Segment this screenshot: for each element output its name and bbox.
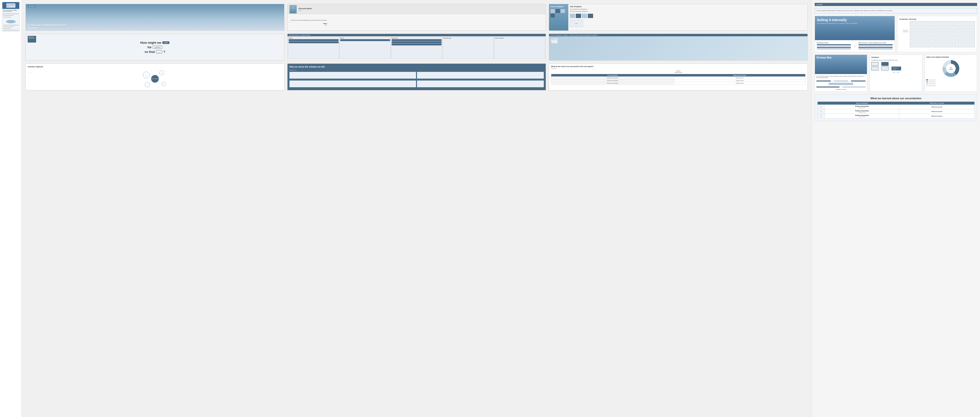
panel-header: go back — [815, 3, 977, 6]
notes-heading: Create a pitch deck to validate your nex… — [3, 10, 19, 12]
journey-cell-3 — [954, 21, 975, 27]
sol-box-5: Permanent solution — [891, 67, 901, 70]
solution-card-text: Include both near-term value and long-te… — [871, 59, 920, 61]
legend-label-2: Customer Gain 1 — [929, 81, 936, 82]
selling-subtitle: How might we get internal buy-in or spee… — [817, 22, 892, 24]
choice-sticky-3 — [290, 81, 416, 87]
sidebar-thumb-guide[interactable]: Concept/Validation Pitch Create a pitch … — [2, 2, 19, 32]
slide-5-card[interactable]: Jit Lean Canvas - [Project Name] Problem… — [287, 34, 546, 60]
slide-8-card[interactable]: Why we chose the solution we did Primary… — [287, 63, 546, 90]
canvas-advantage: Unfair Advantage — [442, 37, 494, 59]
learned-num-col — [818, 101, 825, 105]
sol-arrow-3: → — [889, 68, 891, 70]
panel-intro: Use the optional slides below if relevan… — [815, 8, 977, 13]
circles-diagram: opt opt opt opt Solution Options — — — — [28, 69, 282, 89]
sol-box-3 — [871, 67, 878, 70]
solution-visual-header: Insert screenshots, images, or other con… — [549, 34, 808, 36]
donut-chart: Topcentral — [926, 59, 975, 78]
canvas-block-6 — [392, 43, 442, 46]
option-labels: — — — — [29, 71, 35, 73]
new-proc-block-2 — [859, 46, 892, 47]
slide-6-card[interactable]: Insert screenshots, images, or other con… — [549, 34, 808, 60]
learned-col2: What We've Learned — [899, 101, 974, 105]
strategy-bottom-row: → — [816, 86, 865, 88]
sticky-1 — [550, 9, 555, 13]
process-arrow: → — [853, 44, 856, 48]
canvas-segments: Customer Segments — [494, 37, 545, 59]
learned-value-3: What we learned — [899, 114, 974, 119]
learned-card: What we learned about our uncertainties … — [815, 94, 977, 121]
sol-box-2 — [881, 62, 889, 66]
slide-row-3: Solution Options opt opt opt opt Solutio… — [25, 63, 808, 90]
slide-2-body: " Quote from customer highlighting their… — [288, 14, 546, 30]
persona-role: Role — [299, 10, 312, 11]
sprint-title: What do we need to be successful in the … — [551, 66, 805, 67]
slide-3-card[interactable]: Key Problems The Problem Our customers a… — [549, 4, 808, 31]
existing-process-title: Existing process — [817, 42, 851, 43]
strategy-map-card: Strategy Map Use Lean find to map out yo… — [815, 55, 867, 92]
slide-7-card[interactable]: Solution Options opt opt opt opt Solutio… — [25, 63, 285, 90]
sol-arrow-2: → — [879, 68, 881, 70]
right-panel: go back Use the optional slides below if… — [811, 0, 980, 417]
legend-item-2: Customer Gain 1 — [926, 81, 975, 82]
journey-cell-4 — [910, 28, 931, 34]
slide-9-card[interactable]: What do we need to be successful in the … — [549, 63, 808, 90]
sol-box-4 — [881, 67, 889, 70]
journey-table: Customer submitting — [899, 21, 975, 48]
slide-4-card[interactable]: What is the opportunity? How might we or… — [25, 34, 285, 60]
journey-cell-5 — [932, 28, 953, 34]
journey-cell-7 — [910, 35, 931, 41]
slide-2-card[interactable]: Persona Name Role " Quote from customer … — [287, 4, 546, 31]
sticky-3 — [561, 9, 565, 13]
journey-row-1 — [899, 21, 975, 27]
journey-row-4 — [899, 41, 975, 48]
app-container: Concept/Validation Pitch Create a pitch … — [0, 0, 980, 417]
sticky-2 — [555, 9, 560, 13]
sprint-col2: Ways We Learn These — [674, 74, 805, 77]
sprint-row-3: Primary Uncertainty Things we'll do — [551, 82, 805, 85]
canvas-block-1 — [289, 39, 339, 41]
slide-row-2: What is the opportunity? How might we or… — [25, 34, 808, 60]
selling-card: Selling it internally How might we get i… — [815, 16, 895, 52]
sol-box-1 — [871, 62, 878, 66]
choice-stickies — [290, 72, 544, 88]
sol-arrow-1: → — [879, 63, 881, 65]
sidebar: Concept/Validation Pitch Create a pitch … — [0, 0, 22, 417]
persona-info: Persona Name Role — [299, 8, 312, 11]
why-chose-title: Why we chose the solution we did — [290, 66, 544, 68]
slide-row-1: New Pitch Concept / Validation Pitch Tea… — [25, 4, 808, 31]
strategy-arrow-3: → — [840, 86, 842, 88]
choice-sticky-2 — [417, 72, 544, 79]
solution-options-title: Solution Options — [28, 66, 282, 68]
slide-8-content: Why we chose the solution we did Primary… — [288, 64, 546, 90]
journey-cell-11 — [932, 41, 953, 48]
choice-sticky-4 — [417, 81, 544, 87]
note-line-5 — [3, 27, 14, 27]
new-proc-block-3 — [859, 47, 892, 48]
legend-label-3: Customer Gain 2 — [929, 83, 936, 84]
slide-3-right: The Problem Our customers are attempting… — [568, 4, 808, 30]
learned-num-2: 2 — [818, 109, 825, 114]
canvas-problem: Problem — [288, 37, 339, 59]
lean-canvas-header: Jit Lean Canvas - [Project Name] — [288, 34, 546, 36]
new-process-title: New process / what changes were made — [859, 42, 892, 43]
note-line-7 — [3, 30, 19, 30]
key-problems-title: Key Problems — [550, 6, 567, 8]
slide-3-content: Key Problems The Problem Our customers a… — [549, 4, 808, 30]
legend-dot-1 — [926, 79, 928, 81]
panel-go-back: go back — [817, 3, 822, 5]
slide-5-content: Jit Lean Canvas - [Project Name] Problem… — [288, 34, 546, 60]
donut-hole: Topcentral — [946, 64, 956, 73]
slide-1-card[interactable]: New Pitch Concept / Validation Pitch Tea… — [25, 4, 285, 31]
problem-text: Our customers are attempting to... — [570, 8, 806, 10]
learned-uncertainty-3: Primary Uncertainty subtext here — [825, 114, 899, 119]
value-legend: Top central value Customer Gain 1 Custom… — [926, 79, 975, 86]
note-line-1 — [3, 13, 19, 14]
selling-image: Selling it internally How might we get i… — [815, 16, 894, 40]
legend-item-3: Customer Gain 2 — [926, 83, 975, 84]
new-proc-block-4 — [859, 49, 892, 49]
persona-quote: Quote from customer highlighting their e… — [291, 19, 327, 26]
sprint-row-1: Primary Uncertainty Things we'll do — [551, 77, 805, 79]
canvas-block-5 — [392, 41, 442, 43]
learned-col1: Key Uncertainties — [825, 101, 899, 105]
